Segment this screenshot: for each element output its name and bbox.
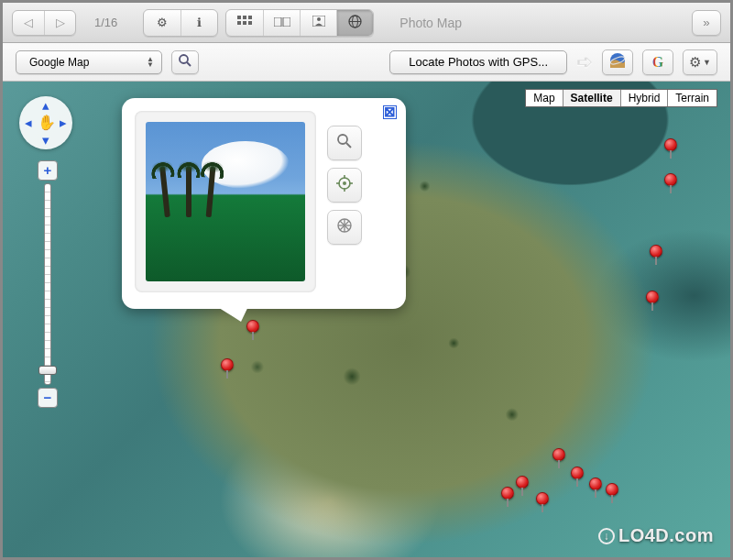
google-button[interactable]: G xyxy=(642,49,673,75)
download-icon: ↓ xyxy=(598,528,615,544)
view-map-button[interactable] xyxy=(336,10,373,36)
page-indicator: 1/16 xyxy=(94,16,117,29)
magnifier-icon xyxy=(336,133,353,154)
info-icon: ℹ xyxy=(197,16,202,29)
pan-up-button[interactable]: ▴ xyxy=(39,99,52,112)
gear-icon: ⚙ xyxy=(157,16,168,29)
map-pin[interactable] xyxy=(246,320,259,333)
arrow-right-icon: ➪ xyxy=(576,50,593,74)
map-type-map[interactable]: Map xyxy=(526,90,562,106)
chevrons-right-icon: » xyxy=(703,16,709,29)
pan-control: ▴ ▾ ◂ ▸ ✋ xyxy=(19,96,72,149)
svg-rect-6 xyxy=(274,17,281,27)
zoom-in-button[interactable]: + xyxy=(38,160,58,181)
map-pin[interactable] xyxy=(664,138,677,151)
svg-rect-4 xyxy=(243,21,246,25)
map-pin[interactable] xyxy=(606,483,618,496)
toolbar-group-settings: ⚙ ℹ xyxy=(143,9,218,37)
photo-popup: ⊠ xyxy=(122,98,406,309)
map-area[interactable]: ▴ ▾ ◂ ▸ ✋ + − MapSatelliteHybridTerrain … xyxy=(3,82,730,557)
pan-down-button[interactable]: ▾ xyxy=(39,134,52,147)
locate-photos-button[interactable]: Locate Photos with GPS... xyxy=(389,50,567,74)
map-type-satellite[interactable]: Satellite xyxy=(563,90,620,106)
svg-point-13 xyxy=(180,55,188,63)
view-thumbnails-button[interactable] xyxy=(226,10,263,36)
nav-forward-button[interactable]: ▷ xyxy=(44,11,75,35)
watermark: ↓ LO4D.com xyxy=(598,525,714,546)
person-icon xyxy=(312,16,325,29)
svg-rect-1 xyxy=(243,16,246,19)
globe-icon xyxy=(348,15,362,31)
map-pin[interactable] xyxy=(516,476,529,489)
zoom-slider-handle[interactable] xyxy=(38,366,57,375)
map-provider-label: Google Map xyxy=(29,56,89,69)
map-provider-select[interactable]: Google Map ▲▼ xyxy=(16,50,162,74)
svg-point-20 xyxy=(343,181,346,185)
info-button[interactable]: ℹ xyxy=(181,10,217,36)
google-g-icon: G xyxy=(652,54,663,71)
svg-line-14 xyxy=(187,62,191,66)
svg-rect-5 xyxy=(248,21,252,25)
sub-toolbar: Google Map ▲▼ Locate Photos with GPS... … xyxy=(3,43,730,82)
pan-left-button[interactable]: ◂ xyxy=(22,116,35,129)
map-pin[interactable] xyxy=(571,467,584,479)
popup-center-button[interactable] xyxy=(327,168,362,203)
gear-icon: ⚙ xyxy=(689,54,701,71)
settings-button[interactable]: ⚙ xyxy=(144,10,181,36)
view-people-button[interactable] xyxy=(300,10,336,36)
popup-compass-button[interactable] xyxy=(327,210,362,245)
more-button[interactable]: » xyxy=(692,10,721,36)
zoom-out-button[interactable]: − xyxy=(38,388,58,408)
map-pin[interactable] xyxy=(589,478,602,490)
search-icon xyxy=(178,53,192,71)
map-pin[interactable] xyxy=(501,487,514,500)
page-title: Photo Map xyxy=(399,16,462,30)
map-pin[interactable] xyxy=(221,358,234,371)
updown-icon: ▲▼ xyxy=(147,57,154,68)
svg-point-17 xyxy=(338,135,347,144)
photo-thumbnail-frame xyxy=(135,111,316,292)
map-pin[interactable] xyxy=(646,291,659,303)
compass-icon xyxy=(336,217,353,238)
map-type-terrain[interactable]: Terrain xyxy=(667,90,717,106)
map-type-hybrid[interactable]: Hybrid xyxy=(620,90,668,106)
view-compare-button[interactable] xyxy=(263,10,300,36)
zoom-control: + − xyxy=(38,160,58,408)
target-icon xyxy=(336,175,353,196)
google-earth-icon xyxy=(609,52,626,71)
svg-rect-7 xyxy=(283,17,290,27)
toolbar-group-view xyxy=(225,9,374,37)
google-earth-button[interactable] xyxy=(602,49,633,75)
svg-line-18 xyxy=(346,143,351,148)
chevron-down-icon: ▼ xyxy=(703,58,711,67)
grid-icon xyxy=(237,16,252,29)
nav-back-button[interactable]: ◁ xyxy=(13,11,44,35)
pan-hand-icon[interactable]: ✋ xyxy=(38,115,54,131)
nav-arrows-group: ◁ ▷ xyxy=(12,10,76,36)
map-pin[interactable] xyxy=(650,245,662,258)
compare-icon xyxy=(274,16,290,29)
svg-rect-2 xyxy=(248,16,252,19)
map-pin[interactable] xyxy=(552,448,565,461)
gear-menu-button[interactable]: ⚙ ▼ xyxy=(683,49,717,75)
svg-rect-3 xyxy=(237,21,241,25)
search-map-button[interactable] xyxy=(171,50,199,74)
photo-thumbnail[interactable] xyxy=(146,122,305,281)
watermark-text: LO4D.com xyxy=(618,525,714,546)
map-pin[interactable] xyxy=(664,173,677,186)
map-type-switcher: MapSatelliteHybridTerrain xyxy=(525,89,717,107)
top-toolbar: ◁ ▷ 1/16 ⚙ ℹ Photo Map » xyxy=(3,3,730,43)
svg-rect-0 xyxy=(237,16,241,19)
zoom-slider-track[interactable] xyxy=(44,183,51,385)
popup-zoom-button[interactable] xyxy=(327,126,362,160)
popup-tools xyxy=(327,126,362,296)
popup-close-button[interactable]: ⊠ xyxy=(383,105,397,119)
pan-right-button[interactable]: ▸ xyxy=(57,116,70,129)
svg-point-9 xyxy=(317,17,321,21)
map-pin[interactable] xyxy=(536,492,549,505)
